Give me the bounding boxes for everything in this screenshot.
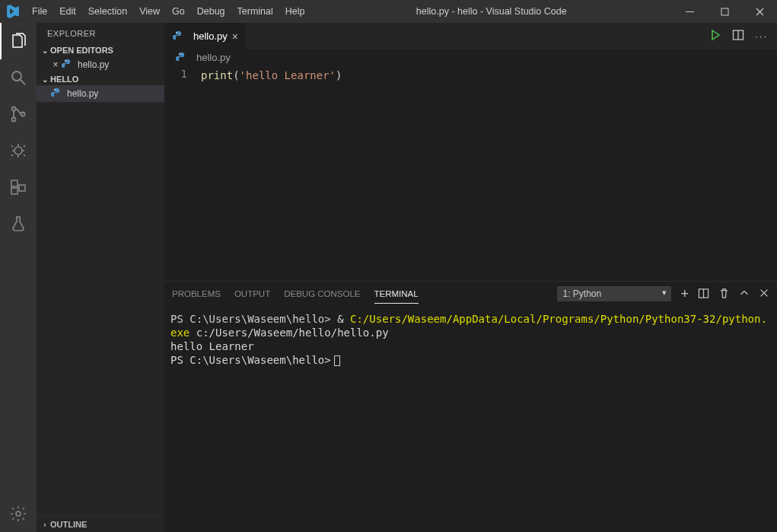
extensions-icon[interactable] [0, 169, 37, 205]
menu-terminal[interactable]: Terminal [231, 0, 279, 23]
open-editors-section[interactable]: ⌄ OPEN EDITORS [37, 44, 164, 56]
svg-point-15 [179, 53, 180, 54]
terminal-body[interactable]: PS C:\Users\Waseem\hello> & C:/Users/Was… [164, 306, 777, 532]
terminal-prompt: PS C:\Users\Waseem\hello> [170, 313, 337, 325]
svg-rect-8 [11, 188, 18, 194]
breadcrumb-file: hello.py [196, 52, 231, 63]
editor-tab[interactable]: hello.py × [164, 23, 247, 49]
open-editors-label: OPEN EDITORS [50, 46, 113, 55]
code-editor[interactable]: 1 print('hello Learner') [164, 66, 777, 281]
debug-icon[interactable] [0, 132, 37, 169]
sidebar-title: EXPLORER [37, 23, 164, 44]
terminal-selector[interactable]: 1: Python [557, 286, 671, 301]
chevron-down-icon: ⌄ [40, 75, 50, 84]
svg-point-12 [54, 89, 55, 90]
new-terminal-icon[interactable]: + [680, 288, 689, 299]
run-icon[interactable] [709, 29, 721, 43]
editor-tab-row: hello.py × ··· [164, 23, 777, 49]
menu-view[interactable]: View [133, 0, 166, 23]
outline-section[interactable]: › OUTLINE [37, 516, 164, 532]
svg-rect-7 [11, 180, 18, 186]
chevron-right-icon: › [40, 521, 50, 529]
close-panel-icon[interactable] [759, 288, 769, 300]
minimap[interactable] [747, 66, 777, 281]
line-number: 1 [164, 68, 187, 80]
file-tree-item[interactable]: hello.py [37, 85, 164, 102]
close-tab-icon[interactable]: × [232, 30, 238, 43]
search-icon[interactable] [0, 59, 37, 96]
menu-selection[interactable]: Selection [82, 0, 133, 23]
python-file-icon [172, 30, 184, 43]
python-file-icon [61, 59, 73, 71]
svg-point-13 [176, 32, 177, 33]
open-editor-file[interactable]: × hello.py [37, 56, 164, 73]
panel-tab-debug-console[interactable]: DEBUG CONSOLE [284, 285, 360, 303]
app-logo [0, 5, 26, 18]
terminal-text: & [337, 313, 350, 325]
split-editor-icon[interactable] [732, 29, 744, 43]
svg-rect-1 [721, 8, 728, 15]
close-button[interactable] [742, 0, 777, 23]
kill-terminal-icon[interactable] [718, 288, 730, 301]
terminal-arg: c:/Users/Waseem/hello/hello.py [189, 327, 388, 339]
settings-gear-icon[interactable] [0, 495, 37, 532]
testing-icon[interactable] [0, 205, 37, 242]
svg-point-3 [12, 107, 16, 111]
menu-bar: File Edit Selection View Go Debug Termin… [26, 0, 311, 23]
editor-tab-label: hello.py [193, 30, 228, 42]
menu-debug[interactable]: Debug [191, 0, 231, 23]
outline-label: OUTLINE [50, 520, 87, 529]
panel-tab-problems[interactable]: PROBLEMS [172, 285, 221, 303]
svg-point-5 [21, 113, 25, 116]
folder-section[interactable]: ⌄ HELLO [37, 73, 164, 85]
menu-edit[interactable]: Edit [53, 0, 82, 23]
code-line: print('hello Learner') [201, 66, 747, 83]
maximize-panel-icon[interactable] [739, 288, 750, 300]
bottom-panel: PROBLEMS OUTPUT DEBUG CONSOLE TERMINAL 1… [164, 281, 777, 532]
explorer-sidebar: EXPLORER ⌄ OPEN EDITORS × hello.py ⌄ HEL… [37, 23, 164, 532]
svg-point-6 [14, 147, 22, 155]
svg-rect-0 [686, 11, 694, 12]
menu-go[interactable]: Go [166, 0, 191, 23]
source-control-icon[interactable] [0, 96, 37, 132]
editor-group: hello.py × ··· hello.py 1 print('he [164, 23, 777, 532]
window-title: hello.py - hello - Visual Studio Code [311, 6, 672, 17]
python-file-icon [50, 88, 62, 100]
breadcrumb[interactable]: hello.py [164, 49, 777, 66]
svg-point-11 [65, 60, 65, 61]
terminal-prompt: PS C:\Users\Waseem\hello> [170, 354, 331, 366]
more-actions-icon[interactable]: ··· [755, 30, 768, 42]
python-file-icon [175, 52, 187, 64]
menu-help[interactable]: Help [279, 0, 311, 23]
svg-point-10 [16, 511, 21, 516]
menu-file[interactable]: File [26, 0, 53, 23]
svg-rect-9 [19, 185, 25, 191]
panel-tab-row: PROBLEMS OUTPUT DEBUG CONSOLE TERMINAL 1… [164, 282, 777, 306]
line-gutter: 1 [164, 66, 201, 281]
chevron-down-icon: ⌄ [40, 46, 50, 55]
terminal-output: hello Learner [170, 340, 254, 352]
open-editor-filename: hello.py [78, 59, 109, 70]
split-terminal-icon[interactable] [698, 288, 709, 301]
maximize-button[interactable] [707, 0, 742, 23]
folder-label: HELLO [50, 75, 78, 84]
titlebar: File Edit Selection View Go Debug Termin… [0, 0, 777, 23]
window-controls [672, 0, 777, 23]
activity-bar [0, 23, 37, 532]
minimize-button[interactable] [672, 0, 707, 23]
file-tree-item-label: hello.py [67, 88, 98, 99]
terminal-cursor [334, 355, 340, 366]
close-icon[interactable]: × [50, 59, 61, 70]
explorer-icon[interactable] [0, 23, 37, 59]
svg-point-4 [12, 118, 16, 122]
panel-tab-output[interactable]: OUTPUT [234, 285, 270, 303]
svg-point-2 [12, 72, 21, 81]
panel-tab-terminal[interactable]: TERMINAL [374, 285, 419, 304]
